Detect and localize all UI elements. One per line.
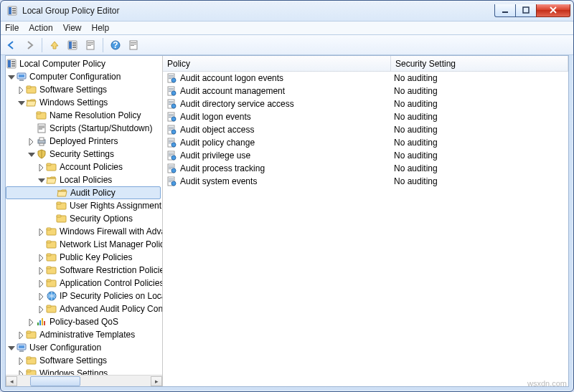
list-row[interactable]: Audit account managementNo auditing [163,85,568,97]
column-header-policy[interactable]: Policy [163,56,391,71]
list-row[interactable]: Audit directory service accessNo auditin… [163,97,568,110]
folder-open-icon [46,174,57,186]
toolbar-separator [103,38,103,52]
list-row[interactable]: Audit policy changeNo auditing [163,136,568,149]
expand-icon[interactable] [26,136,36,146]
menu-file[interactable]: File [5,23,19,33]
policy-item-icon [166,98,177,110]
titlebar[interactable]: Local Group Policy Editor [1,1,573,21]
tree-policy-based-qos[interactable]: Policy-based QoS [6,315,162,328]
forward-button[interactable] [22,37,37,53]
help-button[interactable] [108,37,123,53]
policy-item-icon [166,163,177,174]
folder-icon [26,84,37,95]
folder-open-icon [57,187,68,199]
tree-body[interactable]: Local Computer Policy Computer Configura… [6,56,162,375]
expand-icon[interactable] [16,85,26,95]
maximize-button[interactable] [515,4,537,17]
tree-name-resolution-policy[interactable]: Name Resolution Policy [6,109,162,122]
tree-audit-policy[interactable]: Audit Policy [6,186,161,199]
collapse-icon[interactable] [6,72,16,82]
expand-icon[interactable] [36,265,46,275]
script-icon [36,123,47,134]
computer-icon [16,342,27,353]
tree-cc-administrative-templates[interactable]: Administrative Templates [6,328,162,341]
tree-network-list-manager[interactable]: Network List Manager Policies [6,238,162,251]
scroll-left-arrow[interactable]: ◂ [6,376,17,386]
tree-root[interactable]: Local Computer Policy [6,57,162,70]
expand-icon[interactable] [36,304,46,314]
back-button[interactable] [4,37,19,53]
tree-pane: Local Computer Policy Computer Configura… [6,56,163,386]
expand-icon[interactable] [16,355,26,365]
list-body[interactable]: Audit account logon eventsNo auditingAud… [163,72,568,386]
tree-scripts[interactable]: Scripts (Startup/Shutdown) [6,122,162,135]
list-row[interactable]: Audit privilege useNo auditing [163,149,568,162]
folder-open-icon [26,97,37,108]
tree-local-policies[interactable]: Local Policies [6,173,162,186]
export-button[interactable] [83,37,98,53]
tree-advanced-audit[interactable]: Advanced Audit Policy Configuration [6,302,162,315]
qos-icon [36,316,47,328]
folder-icon [26,355,37,366]
tree-application-control[interactable]: Application Control Policies [6,277,162,290]
collapse-icon[interactable] [26,149,36,159]
list-row[interactable]: Audit process trackingNo auditing [163,162,568,175]
tree-software-restriction[interactable]: Software Restriction Policies [6,264,162,277]
scroll-thumb[interactable] [30,376,80,386]
expand-icon[interactable] [16,368,26,375]
expand-icon[interactable] [36,252,46,262]
policy-name: Audit privilege use [180,150,250,161]
minimize-button[interactable] [494,4,516,17]
show-hide-tree-button[interactable] [65,37,80,53]
expand-icon[interactable] [36,162,46,172]
tree-user-configuration[interactable]: User Configuration [6,341,162,354]
policy-name: Audit process tracking [180,163,265,173]
collapse-icon[interactable] [16,97,26,107]
policy-name: Audit account management [180,86,285,96]
tree-uc-software-settings[interactable]: Software Settings [6,354,162,367]
expand-icon[interactable] [36,291,46,301]
expand-icon[interactable] [26,317,36,327]
security-setting: No auditing [391,163,568,173]
policy-name: Audit directory service access [180,99,294,109]
collapse-icon[interactable] [36,175,46,185]
expand-icon[interactable] [36,226,46,236]
list-row[interactable]: Audit system eventsNo auditing [163,175,568,188]
policy-item-icon [166,150,177,161]
tree-windows-firewall[interactable]: Windows Firewall with Advanced Security [6,225,162,238]
tree-security-options[interactable]: Security Options [6,212,162,225]
list-row[interactable]: Audit object accessNo auditing [163,123,568,136]
close-button[interactable] [536,4,570,17]
tree-cc-software-settings[interactable]: Software Settings [6,83,162,96]
menu-view[interactable]: View [63,23,82,33]
folder-icon [36,110,47,121]
tree-security-settings[interactable]: Security Settings [6,148,162,161]
expand-icon[interactable] [16,330,26,340]
folder-icon [46,252,57,263]
list-header: Policy Security Setting [163,56,568,72]
folder-icon [46,303,57,315]
folder-icon [26,329,37,340]
tree-uc-windows-settings[interactable]: Windows Settings [6,367,162,375]
expand-icon[interactable] [36,278,46,288]
tree-computer-configuration[interactable]: Computer Configuration [6,70,162,83]
list-row[interactable]: Audit account logon eventsNo auditing [163,72,568,85]
menu-action[interactable]: Action [29,23,52,33]
column-header-security-setting[interactable]: Security Setting [391,56,568,71]
tree-deployed-printers[interactable]: Deployed Printers [6,135,162,148]
policy-item-icon [166,85,177,97]
list-row[interactable]: Audit logon eventsNo auditing [163,110,568,123]
menu-help[interactable]: Help [92,23,110,33]
scroll-right-arrow[interactable]: ▸ [151,376,162,386]
collapse-icon[interactable] [6,343,16,353]
tree-ip-security-policies[interactable]: IP Security Policies on Local Computer [6,290,162,302]
up-button[interactable] [47,37,62,53]
tree-user-rights-assignment[interactable]: User Rights Assignment [6,199,162,212]
folder-icon [46,161,57,173]
tree-account-policies[interactable]: Account Policies [6,161,162,173]
tree-public-key-policies[interactable]: Public Key Policies [6,251,162,264]
properties-button[interactable] [126,37,141,53]
tree-horizontal-scrollbar[interactable]: ◂ ▸ [6,375,162,386]
tree-cc-windows-settings[interactable]: Windows Settings [6,96,162,109]
